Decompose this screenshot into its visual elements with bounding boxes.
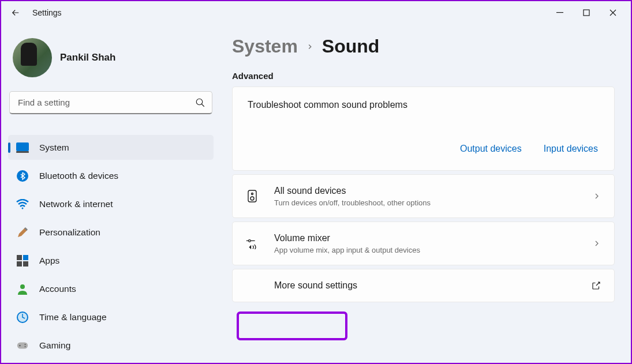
svg-rect-9 — [17, 261, 22, 267]
troubleshoot-title: Troubleshoot common sound problems — [248, 100, 599, 110]
breadcrumb: System Sound — [232, 36, 615, 57]
chevron-right-icon — [592, 239, 601, 248]
nav-label: Apps — [39, 256, 59, 266]
close-button[interactable] — [600, 1, 626, 24]
user-block[interactable]: Pankil Shah — [8, 36, 214, 91]
svg-rect-14 — [17, 342, 28, 348]
chevron-right-icon — [592, 192, 601, 201]
apps-icon — [16, 254, 29, 267]
window-controls — [547, 1, 626, 24]
troubleshoot-card: Troubleshoot common sound problems Outpu… — [232, 87, 615, 171]
minimize-icon — [556, 9, 563, 16]
row-title: More sound settings — [274, 280, 591, 292]
svg-rect-4 — [16, 151, 29, 153]
svg-rect-10 — [23, 261, 28, 267]
volume-mixer-row[interactable]: Volume mixer App volume mix, app input &… — [232, 222, 615, 265]
arrow-left-icon — [10, 7, 21, 18]
main-content: System Sound Advanced Troubleshoot commo… — [220, 24, 631, 363]
row-subtitle: App volume mix, app input & output devic… — [274, 246, 592, 254]
all-sound-devices-row[interactable]: All sound devices Turn devices on/off, t… — [232, 174, 615, 218]
svg-point-15 — [19, 344, 21, 346]
nav-label: Personalization — [39, 227, 100, 238]
input-devices-link[interactable]: Input devices — [544, 144, 598, 154]
accounts-icon — [16, 283, 29, 295]
network-icon — [16, 198, 29, 211]
personalize-icon — [16, 226, 29, 239]
user-name: Pankil Shah — [60, 52, 115, 63]
time-icon — [16, 311, 29, 324]
nav-label: Time & language — [39, 312, 107, 322]
output-devices-link[interactable]: Output devices — [460, 144, 522, 154]
svg-point-16 — [24, 344, 25, 345]
nav-item-network[interactable]: Network & internet — [8, 192, 214, 216]
row-subtitle: Turn devices on/off, troubleshoot, other… — [274, 198, 592, 207]
nav-item-personalization[interactable]: Personalization — [8, 220, 214, 245]
nav-item-bluetooth[interactable]: Bluetooth & devices — [8, 163, 214, 188]
svg-point-19 — [252, 193, 253, 194]
nav: System Bluetooth & devices Network & int… — [8, 135, 214, 361]
svg-rect-3 — [16, 142, 29, 151]
nav-item-apps[interactable]: Apps — [8, 248, 214, 273]
close-icon — [609, 9, 616, 16]
external-link-icon — [591, 280, 601, 291]
svg-point-17 — [24, 346, 25, 347]
nav-label: Network & internet — [39, 199, 113, 209]
section-label: Advanced — [232, 71, 615, 81]
nav-label: Accounts — [39, 284, 76, 294]
system-icon — [16, 141, 29, 154]
mixer-icon — [245, 238, 259, 249]
nav-item-time[interactable]: Time & language — [8, 305, 214, 329]
search-input[interactable] — [9, 91, 212, 114]
row-title: Volume mixer — [274, 232, 592, 245]
nav-item-accounts[interactable]: Accounts — [8, 276, 214, 301]
nav-label: System — [39, 142, 69, 153]
svg-rect-0 — [556, 12, 563, 13]
more-sound-settings-row[interactable]: More sound settings — [232, 269, 615, 303]
breadcrumb-current: Sound — [322, 36, 380, 57]
nav-label: Bluetooth & devices — [39, 171, 118, 181]
window-title: Settings — [32, 8, 62, 17]
bluetooth-icon — [16, 170, 29, 182]
nav-item-gaming[interactable]: Gaming — [8, 333, 214, 358]
svg-point-20 — [250, 197, 254, 200]
svg-rect-7 — [17, 255, 22, 260]
avatar — [13, 38, 52, 77]
svg-point-21 — [249, 239, 251, 242]
back-button[interactable] — [6, 3, 25, 22]
maximize-icon — [583, 9, 590, 16]
svg-rect-1 — [584, 10, 589, 16]
nav-label: Gaming — [39, 340, 70, 351]
row-title: All sound devices — [274, 185, 592, 197]
nav-item-system[interactable]: System — [8, 135, 214, 160]
minimize-button[interactable] — [547, 1, 573, 24]
sidebar: Pankil Shah System Bluetooth & devices N… — [1, 24, 220, 363]
speaker-icon — [245, 189, 259, 203]
svg-rect-8 — [23, 255, 28, 260]
svg-point-11 — [20, 284, 25, 289]
maximize-button[interactable] — [573, 1, 600, 24]
breadcrumb-parent[interactable]: System — [232, 36, 298, 57]
gaming-icon — [16, 339, 29, 352]
chevron-right-icon — [306, 43, 314, 51]
svg-point-6 — [22, 207, 24, 209]
